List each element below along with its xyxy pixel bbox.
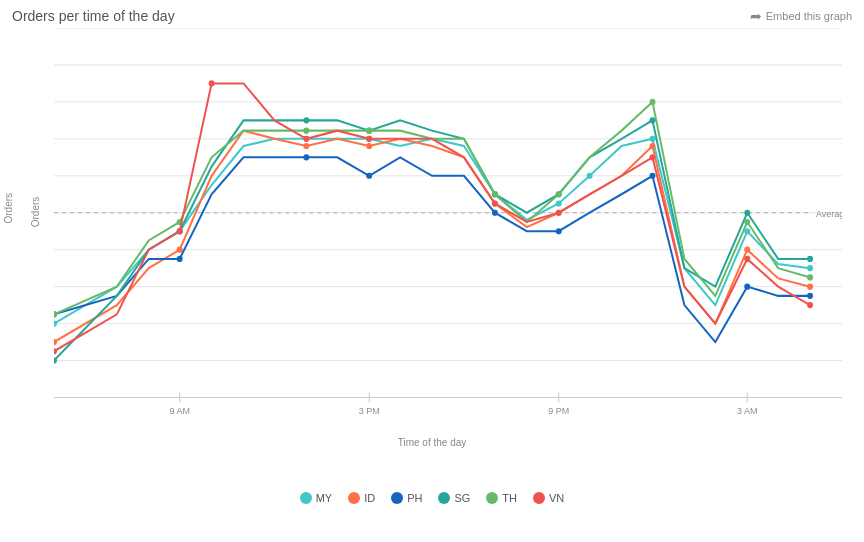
svg-point-44 (303, 143, 309, 149)
svg-point-53 (303, 154, 309, 160)
legend-item-VN: VN (533, 492, 564, 504)
svg-point-37 (556, 200, 562, 206)
svg-point-73 (492, 191, 498, 197)
svg-point-76 (744, 219, 750, 225)
svg-point-79 (177, 228, 183, 234)
legend-item-MY: MY (300, 492, 333, 504)
svg-point-80 (209, 80, 215, 86)
svg-point-67 (744, 210, 750, 216)
svg-text:3 PM: 3 PM (359, 406, 380, 416)
line-SG (54, 120, 810, 360)
legend-dot-SG (438, 492, 450, 504)
svg-point-74 (556, 191, 562, 197)
legend-label-VN: VN (549, 492, 564, 504)
legend-dot-PH (391, 492, 403, 504)
svg-point-55 (492, 210, 498, 216)
svg-text:9 AM: 9 AM (169, 406, 189, 416)
svg-point-57 (649, 173, 655, 179)
svg-point-68 (807, 256, 813, 262)
y-axis-label: Orders (30, 197, 41, 228)
legend-item-ID: ID (348, 492, 375, 504)
legend-item-PH: PH (391, 492, 422, 504)
legend-item-TH: TH (486, 492, 517, 504)
legend-label-TH: TH (502, 492, 517, 504)
svg-point-75 (649, 99, 655, 105)
legend-label-SG: SG (454, 492, 470, 504)
svg-text:Average: Average (816, 209, 842, 219)
y-axis-label: Orders (3, 193, 14, 224)
svg-point-66 (649, 117, 655, 123)
svg-point-49 (744, 247, 750, 253)
legend-item-SG: SG (438, 492, 470, 504)
svg-point-84 (556, 210, 562, 216)
chart-header: Orders per time of the day ➦ Embed this … (12, 8, 852, 24)
legend-label-ID: ID (364, 492, 375, 504)
legend-dot-VN (533, 492, 545, 504)
chart-area: Orders .grid-line { stroke: #e0e0e0; str… (12, 28, 852, 488)
line-MY (54, 139, 810, 324)
svg-point-72 (366, 128, 372, 134)
svg-text:9 PM: 9 PM (548, 406, 569, 416)
x-axis-label: Time of the day (398, 437, 467, 448)
line-VN (54, 83, 810, 351)
legend-label-MY: MY (316, 492, 333, 504)
svg-point-43 (177, 247, 183, 253)
embed-icon: ➦ (750, 8, 762, 24)
svg-point-56 (556, 228, 562, 234)
svg-point-48 (649, 143, 655, 149)
chart-svg: .grid-line { stroke: #e0e0e0; stroke-wid… (54, 28, 842, 418)
svg-point-62 (303, 117, 309, 123)
svg-point-71 (303, 128, 309, 134)
svg-point-41 (807, 265, 813, 271)
svg-point-52 (177, 256, 183, 262)
legend-dot-TH (486, 492, 498, 504)
svg-point-39 (649, 136, 655, 142)
dashboard-container: Orders per time of the day ➦ Embed this … (0, 0, 864, 542)
legend-dot-MY (300, 492, 312, 504)
chart-legend: MY ID PH SG TH VN (12, 492, 852, 504)
svg-point-87 (807, 302, 813, 308)
svg-point-59 (807, 293, 813, 299)
svg-point-58 (744, 284, 750, 290)
svg-point-54 (366, 173, 372, 179)
line-ID (54, 131, 810, 342)
svg-point-83 (492, 200, 498, 206)
svg-text:3 AM: 3 AM (737, 406, 757, 416)
svg-point-38 (587, 173, 593, 179)
svg-point-86 (744, 256, 750, 262)
embed-label: Embed this graph (766, 10, 852, 22)
embed-button[interactable]: ➦ Embed this graph (750, 8, 852, 24)
svg-point-77 (807, 274, 813, 280)
legend-dot-ID (348, 492, 360, 504)
svg-point-81 (303, 136, 309, 142)
svg-point-45 (366, 143, 372, 149)
svg-point-50 (807, 284, 813, 290)
chart-title: Orders per time of the day (12, 8, 175, 24)
legend-label-PH: PH (407, 492, 422, 504)
svg-point-85 (649, 154, 655, 160)
svg-point-82 (366, 136, 372, 142)
